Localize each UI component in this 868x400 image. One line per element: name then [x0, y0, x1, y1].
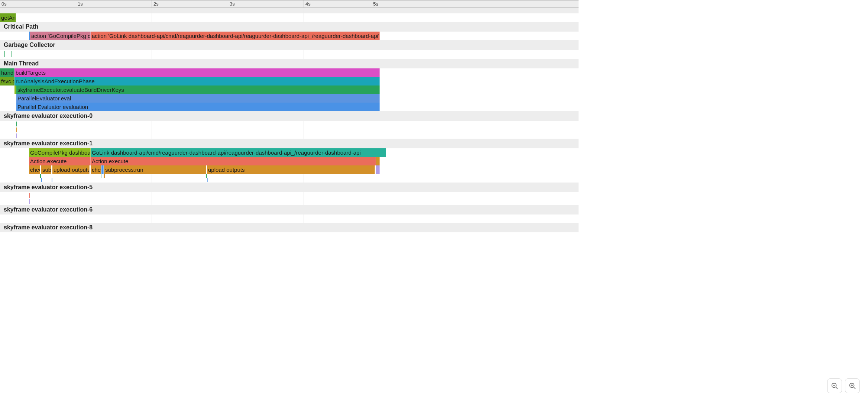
- ruler-tick: 3s: [228, 0, 235, 7]
- section-main-thread[interactable]: Main Thread: [0, 59, 579, 68]
- event-parallel-evaluator-evaluation[interactable]: Parallel Evaluator evaluation: [16, 103, 380, 111]
- top-lane[interactable]: getAndV: [0, 13, 579, 22]
- event-buildtargets[interactable]: buildTargets: [14, 68, 380, 77]
- gc-event[interactable]: [4, 51, 5, 57]
- section-gc[interactable]: Garbage Collector: [0, 40, 579, 50]
- event-sliver[interactable]: [376, 165, 380, 174]
- event-sliver[interactable]: [206, 174, 207, 178]
- event-sliver[interactable]: [29, 193, 30, 198]
- section-exec-8[interactable]: skyframe evaluator execution-8: [0, 223, 579, 232]
- event-sliver[interactable]: [41, 178, 42, 182]
- event-fsvcget[interactable]: fsvc.get: [0, 77, 14, 86]
- event-action-execute-1[interactable]: Action.execute: [29, 157, 91, 165]
- event-gocompilepkg[interactable]: action 'GoCompilePkg dashboard-api: [30, 32, 91, 40]
- exec0-lane[interactable]: [0, 121, 579, 139]
- event-subp[interactable]: subp: [41, 165, 51, 174]
- section-exec-1[interactable]: skyframe evaluator execution-1: [0, 139, 579, 148]
- event-sliver[interactable]: [29, 199, 30, 204]
- section-exec-6[interactable]: skyframe evaluator execution-6: [0, 205, 579, 214]
- event-action-execute-2[interactable]: Action.execute: [91, 157, 376, 165]
- event-paralleleval[interactable]: ParallelEvaluator.eval: [16, 94, 380, 103]
- ruler-tick: 1s: [76, 0, 83, 7]
- event-sliver[interactable]: [16, 133, 17, 138]
- section-exec-0[interactable]: skyframe evaluator execution-0: [0, 111, 579, 121]
- section-exec-5[interactable]: skyframe evaluator execution-5: [0, 183, 579, 192]
- critical-path-lane[interactable]: action 'GoCompilePkg dashboard-api actio…: [0, 32, 579, 40]
- event-sliver[interactable]: [207, 178, 208, 182]
- main-thread-lane[interactable]: handleB buildTargets fsvc.get runAnalysi…: [0, 68, 579, 111]
- ruler-tick: 5s: [373, 0, 380, 7]
- event-golink[interactable]: action 'GoLink dashboard-api/cmd/reaguur…: [91, 32, 380, 40]
- event-sliver[interactable]: [101, 174, 101, 178]
- ruler-tick: 4s: [304, 0, 311, 7]
- ruler-tick: 0s: [0, 0, 7, 7]
- event-sliver[interactable]: [16, 128, 17, 132]
- event-check-1[interactable]: check: [29, 165, 40, 174]
- event-gocompilepkg[interactable]: GoCompilePkg dashboard-api/pkg/c: [29, 148, 91, 157]
- event-getandv[interactable]: getAndV: [0, 13, 16, 22]
- event-sliver[interactable]: [376, 157, 380, 165]
- event-handleb[interactable]: handleB: [0, 68, 14, 77]
- event-sliver[interactable]: [40, 174, 41, 178]
- gc-lane[interactable]: [0, 50, 579, 59]
- ruler-tick: 2s: [152, 0, 159, 7]
- event-sliver[interactable]: [104, 174, 105, 178]
- event-upload-1[interactable]: upload outputs: [52, 165, 90, 174]
- event-upload-2[interactable]: upload outputs: [207, 165, 375, 174]
- event-golink[interactable]: GoLink dashboard-api/cmd/reaguurder-dash…: [91, 148, 386, 157]
- gc-event[interactable]: [12, 51, 12, 57]
- event-skyframeexecutor[interactable]: skyframeExecutor.evaluateBuildDriverKeys: [16, 86, 380, 94]
- event-check-2[interactable]: check: [91, 165, 101, 174]
- exec6-lane[interactable]: [0, 214, 579, 223]
- exec1-lane[interactable]: GoCompilePkg dashboard-api/pkg/c GoLink …: [0, 148, 579, 183]
- event-runanalysis[interactable]: runAnalysisAndExecutionPhase: [14, 77, 380, 86]
- event-sliver[interactable]: [16, 122, 17, 126]
- section-critical-path[interactable]: Critical Path: [0, 22, 579, 32]
- event-sliver[interactable]: [52, 178, 52, 182]
- time-ruler[interactable]: 0s 1s 2s 3s 4s 5s: [0, 0, 579, 8]
- event-sliver[interactable]: [101, 165, 104, 174]
- event-subprocess-run[interactable]: subprocess.run: [104, 165, 206, 174]
- exec5-lane[interactable]: [0, 192, 579, 205]
